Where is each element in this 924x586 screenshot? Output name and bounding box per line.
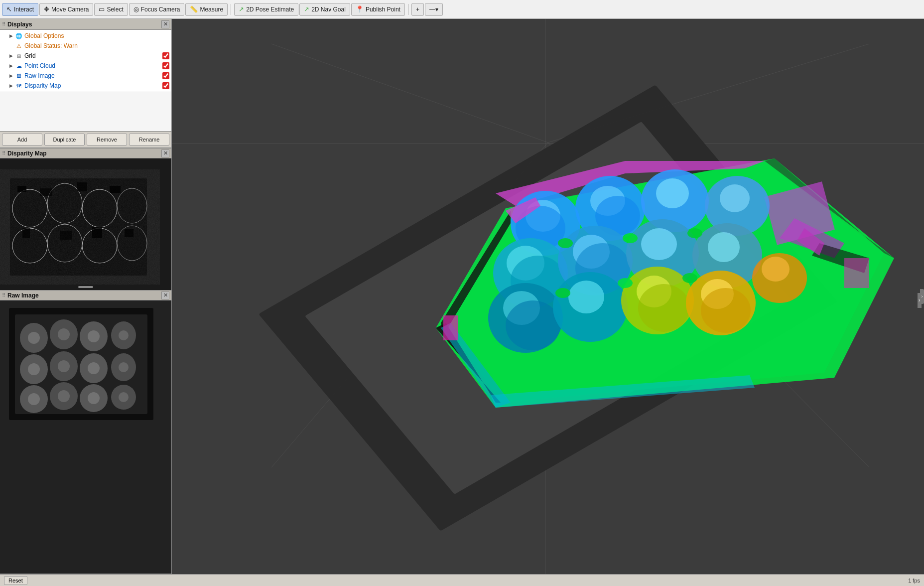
disparity-panel-close[interactable]: ✕: [161, 149, 169, 157]
svg-point-104: [618, 278, 633, 288]
scroll-indicator: [78, 286, 93, 288]
separator-1: [231, 4, 231, 15]
measure-button[interactable]: 📏 Measure: [185, 3, 228, 16]
displays-panel-close[interactable]: ✕: [161, 20, 169, 28]
rename-button[interactable]: Rename: [129, 134, 169, 146]
svg-rect-18: [60, 231, 72, 240]
svg-rect-112: [443, 315, 458, 340]
expand-icon-status: [8, 43, 14, 49]
svg-point-101: [623, 233, 638, 243]
focus-camera-icon: ◎: [133, 5, 139, 13]
duplicate-button[interactable]: Duplicate: [44, 134, 85, 146]
statusbar: Reset 1 fps: [0, 574, 924, 586]
tree-item-raw-image[interactable]: ▶ 🖼 Raw Image: [0, 71, 171, 81]
svg-rect-16: [110, 186, 121, 193]
raw-image-checkbox[interactable]: [162, 72, 169, 79]
svg-point-97: [701, 288, 751, 333]
crosshair-icon: +: [416, 6, 419, 13]
point-cloud-label: Point Cloud: [24, 62, 162, 69]
main-content: ⠿ Displays ✕ ▶ 🌐 Global Options ⚠ Global…: [0, 19, 924, 574]
displays-panel-drag-icon: ⠿: [2, 21, 5, 27]
svg-point-100: [558, 238, 573, 248]
select-icon: ▭: [99, 5, 105, 13]
svg-point-94: [638, 284, 690, 332]
move-camera-button[interactable]: ✥ Move Camera: [39, 3, 93, 16]
disparity-panel-title: Disparity Map: [7, 150, 47, 157]
expand-icon-dm: ▶: [8, 83, 14, 89]
reset-button[interactable]: Reset: [4, 576, 27, 585]
raw-image-panel-header: ⠿ Raw Image ✕: [0, 291, 171, 300]
nav-goal-label: 2D Nav Goal: [311, 6, 346, 13]
expand-icon-pc: ▶: [8, 63, 14, 69]
grid-label: Grid: [24, 52, 162, 59]
more-icon: —▾: [429, 6, 438, 13]
global-status-label: Global Status: Warn: [24, 42, 169, 49]
disparity-map-icon: 🗺: [15, 82, 23, 90]
svg-point-91: [568, 281, 604, 313]
interact-button[interactable]: ↖ Interact: [2, 3, 38, 16]
viewport-expand-icon: ›: [922, 294, 923, 299]
svg-rect-13: [17, 186, 26, 192]
svg-point-74: [656, 178, 689, 208]
disparity-map-content[interactable]: [0, 158, 171, 290]
disparity-map-panel: ⠿ Disparity Map ✕: [0, 148, 171, 291]
viewport-right-handle[interactable]: ›: [920, 289, 924, 304]
move-camera-icon: ✥: [44, 5, 49, 13]
tree-item-global-status[interactable]: ⚠ Global Status: Warn: [0, 41, 171, 51]
more-button[interactable]: —▾: [425, 3, 443, 16]
remove-button[interactable]: Remove: [87, 134, 127, 146]
nav-goal-icon: ↗: [304, 5, 309, 13]
svg-rect-19: [92, 227, 102, 238]
publish-point-label: Publish Point: [366, 6, 400, 13]
disparity-map-svg: [0, 158, 171, 290]
expand-icon-ri: ▶: [8, 73, 14, 79]
display-buttons: Add Duplicate Remove Rename: [0, 132, 171, 148]
grid-icon: ⊞: [15, 52, 23, 60]
viewport-svg: ›: [172, 19, 924, 574]
raw-image-svg: [0, 300, 171, 574]
nav-goal-button[interactable]: ↗ 2D Nav Goal: [299, 3, 350, 16]
3d-viewport[interactable]: › ›: [172, 19, 924, 574]
tree-item-global-options[interactable]: ▶ 🌐 Global Options: [0, 31, 171, 41]
focus-camera-label: Focus Camera: [141, 6, 180, 13]
svg-rect-113: [844, 258, 869, 288]
pose-estimate-button[interactable]: ↗ 2D Pose Estimate: [234, 3, 298, 16]
svg-rect-12: [11, 179, 146, 275]
raw-image-icon: 🖼: [15, 72, 23, 80]
publish-point-button[interactable]: 📍 Publish Point: [351, 3, 405, 16]
focus-camera-button[interactable]: ◎ Focus Camera: [129, 3, 185, 16]
svg-rect-15: [77, 182, 87, 191]
raw-image-panel: ⠿ Raw Image ✕: [0, 291, 171, 574]
point-cloud-checkbox[interactable]: [162, 62, 169, 69]
svg-point-89: [506, 300, 560, 350]
disparity-map-checkbox[interactable]: [162, 82, 169, 89]
measure-icon: 📏: [190, 5, 198, 13]
left-panel: ⠿ Displays ✕ ▶ 🌐 Global Options ⚠ Global…: [0, 19, 172, 574]
expand-icon: ▶: [8, 33, 14, 39]
add-button[interactable]: Add: [2, 134, 42, 146]
svg-point-105: [682, 273, 697, 283]
crosshair-button[interactable]: +: [411, 3, 424, 16]
disparity-drag-icon: ⠿: [2, 150, 5, 156]
global-options-icon: 🌐: [15, 32, 23, 40]
svg-rect-20: [125, 229, 133, 237]
tree-item-disparity-map[interactable]: ▶ 🗺 Disparity Map: [0, 81, 171, 91]
interact-icon: ↖: [6, 5, 12, 13]
grid-checkbox[interactable]: [162, 52, 169, 59]
svg-point-103: [555, 288, 570, 298]
pose-estimate-icon: ↗: [239, 5, 244, 13]
separator-2: [408, 4, 408, 15]
select-button[interactable]: ▭ Select: [94, 3, 128, 16]
raw-image-panel-close[interactable]: ✕: [161, 292, 169, 299]
interact-label: Interact: [14, 6, 34, 13]
tree-item-point-cloud[interactable]: ▶ ☁ Point Cloud: [0, 61, 171, 71]
displays-tree: ▶ 🌐 Global Options ⚠ Global Status: Warn…: [0, 30, 171, 92]
disparity-map-label: Disparity Map: [24, 82, 162, 89]
svg-point-76: [720, 184, 750, 212]
tree-item-grid[interactable]: ▶ ⊞ Grid: [0, 51, 171, 61]
svg-point-86: [708, 232, 740, 262]
publish-point-icon: 📍: [356, 5, 364, 13]
svg-rect-14: [40, 188, 52, 196]
raw-image-content[interactable]: [0, 300, 171, 574]
disparity-map-panel-header: ⠿ Disparity Map ✕: [0, 148, 171, 158]
